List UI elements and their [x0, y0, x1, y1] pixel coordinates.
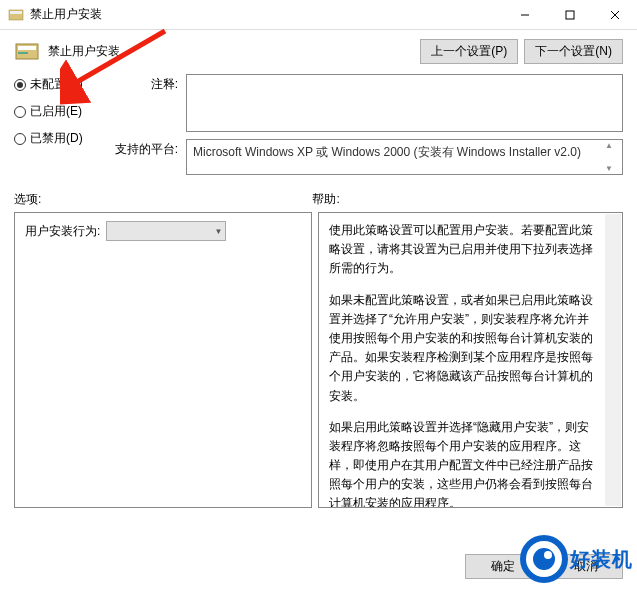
user-install-behavior-combo[interactable]: ▼	[106, 221, 226, 241]
state-radio-group: 未配置(C) 已启用(E) 已禁用(D)	[14, 74, 112, 147]
help-paragraph: 使用此策略设置可以配置用户安装。若要配置此策略设置，请将其设置为已启用并使用下拉…	[329, 221, 596, 279]
platform-label: 支持的平台:	[112, 139, 186, 158]
radio-icon	[14, 133, 26, 145]
chevron-up-icon: ▲	[605, 141, 621, 150]
comment-label: 注释:	[112, 74, 186, 93]
chevron-down-icon: ▼	[605, 164, 621, 173]
header-title: 禁止用户安装	[48, 43, 120, 60]
config-area: 未配置(C) 已启用(E) 已禁用(D) 注释: 支持的平台: Micr	[0, 70, 637, 175]
minimize-button[interactable]	[502, 0, 547, 30]
options-panel: 用户安装行为: ▼	[14, 212, 312, 508]
window-title: 禁止用户安装	[30, 6, 102, 23]
svg-rect-9	[18, 46, 36, 50]
logo-icon	[520, 535, 568, 583]
radio-icon	[14, 106, 26, 118]
section-labels: 选项: 帮助:	[0, 181, 637, 212]
svg-rect-3	[566, 11, 574, 19]
titlebar: 禁止用户安装	[0, 0, 637, 30]
platform-text: Microsoft Windows XP 或 Windows 2000 (安装有…	[193, 145, 581, 159]
radio-label: 未配置(C)	[30, 76, 83, 93]
next-setting-button[interactable]: 下一个设置(N)	[524, 39, 623, 64]
app-icon	[8, 7, 24, 23]
prev-setting-button[interactable]: 上一个设置(P)	[420, 39, 518, 64]
help-paragraph: 如果未配置此策略设置，或者如果已启用此策略设置并选择了“允许用户安装”，则安装程…	[329, 291, 596, 406]
radio-not-configured[interactable]: 未配置(C)	[14, 76, 112, 93]
maximize-button[interactable]	[547, 0, 592, 30]
radio-icon	[14, 79, 26, 91]
radio-disabled[interactable]: 已禁用(D)	[14, 130, 112, 147]
help-label: 帮助:	[312, 191, 339, 208]
platform-scroll[interactable]: ▲ ▼	[605, 141, 621, 173]
svg-rect-10	[18, 52, 28, 54]
radio-label: 已禁用(D)	[30, 130, 83, 147]
chevron-down-icon: ▼	[214, 227, 222, 236]
supported-platform-box: Microsoft Windows XP 或 Windows 2000 (安装有…	[186, 139, 623, 175]
svg-rect-1	[10, 11, 22, 14]
header: 禁止用户安装 上一个设置(P) 下一个设置(N)	[0, 30, 637, 70]
options-label: 选项:	[14, 191, 312, 208]
help-panel: 使用此策略设置可以配置用户安装。若要配置此策略设置，请将其设置为已启用并使用下拉…	[318, 212, 623, 508]
help-scrollbar[interactable]	[605, 214, 621, 506]
close-button[interactable]	[592, 0, 637, 30]
user-install-behavior-label: 用户安装行为:	[25, 223, 100, 240]
policy-icon	[14, 38, 40, 64]
watermark-text: 好装机	[570, 546, 633, 573]
help-paragraph: 如果启用此策略设置并选择“隐藏用户安装”，则安装程序将忽略按照每个用户安装的应用…	[329, 418, 596, 508]
watermark-logo: 好装机	[520, 535, 633, 583]
radio-label: 已启用(E)	[30, 103, 82, 120]
comment-textarea[interactable]	[186, 74, 623, 132]
radio-enabled[interactable]: 已启用(E)	[14, 103, 112, 120]
